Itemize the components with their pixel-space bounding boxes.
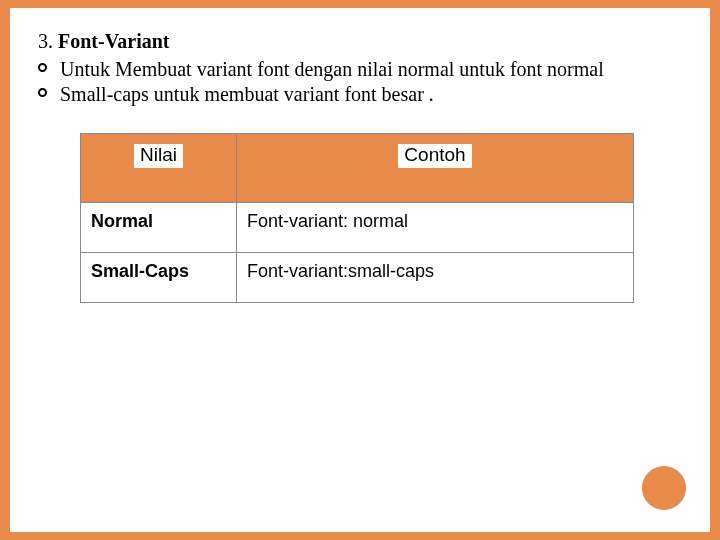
heading-title: Font-Variant: [58, 30, 169, 52]
table-header-contoh: Contoh: [237, 134, 634, 203]
heading-number: 3.: [38, 30, 53, 52]
table-header-row: Nilai Contoh: [81, 134, 634, 203]
cell-example: Font-variant: normal: [237, 203, 634, 253]
cell-example: Font-variant:small-caps: [237, 253, 634, 303]
table-header-nilai: Nilai: [81, 134, 237, 203]
list-item: Untuk Membuat variant font dengan nilai …: [38, 57, 682, 82]
cell-value: Normal: [81, 203, 237, 253]
header-label: Nilai: [134, 144, 183, 168]
header-label: Contoh: [398, 144, 471, 168]
slide-card: 3. Font-Variant Untuk Membuat variant fo…: [10, 8, 710, 532]
section-heading: 3. Font-Variant: [38, 30, 682, 53]
corner-decoration-circle: [642, 466, 686, 510]
list-item-text: Small-caps untuk membuat variant font be…: [60, 83, 434, 105]
cell-value: Small-Caps: [81, 253, 237, 303]
font-variant-table: Nilai Contoh Normal Font-variant: normal…: [80, 133, 634, 303]
table-row: Normal Font-variant: normal: [81, 203, 634, 253]
list-item-text: Untuk Membuat variant font dengan nilai …: [60, 58, 604, 80]
bullet-list: Untuk Membuat variant font dengan nilai …: [38, 57, 682, 107]
list-item: Small-caps untuk membuat variant font be…: [38, 82, 682, 107]
table-row: Small-Caps Font-variant:small-caps: [81, 253, 634, 303]
